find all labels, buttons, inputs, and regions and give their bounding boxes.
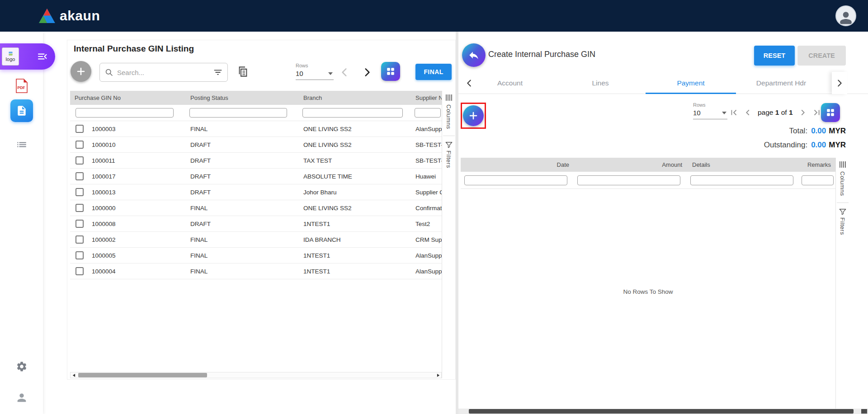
horizontal-scrollbar[interactable] xyxy=(70,372,442,378)
row-checkbox[interactable] xyxy=(75,188,84,196)
table-row[interactable]: 1000003 FINAL ONE LIVING SS2 AlanSupp xyxy=(70,121,442,137)
filter-input-details[interactable] xyxy=(690,175,793,185)
filter-input-date[interactable] xyxy=(464,175,567,185)
row-checkbox[interactable] xyxy=(75,125,84,133)
cell-posting-status: DRAFT xyxy=(186,173,299,180)
filter-input-posting-status[interactable] xyxy=(189,108,287,118)
menu-toggle-icon[interactable] xyxy=(37,51,48,62)
columns-rail-button[interactable]: Columns xyxy=(839,171,846,196)
broken-logo-image: logo xyxy=(2,47,19,66)
row-checkbox[interactable] xyxy=(75,156,84,165)
cell-posting-status: FINAL xyxy=(186,252,299,259)
table-row[interactable]: 1000011 DRAFT TAX TEST SB-TEST-S xyxy=(70,153,442,169)
row-checkbox[interactable] xyxy=(75,204,84,212)
row-checkbox[interactable] xyxy=(75,267,84,275)
rows-per-page-select[interactable]: Rows 10 xyxy=(693,102,727,119)
rows-per-page-select[interactable]: Rows 10 xyxy=(296,63,334,80)
final-filter-button[interactable]: FINAL xyxy=(415,64,452,80)
filter-input-branch[interactable] xyxy=(302,108,403,118)
funnel-icon xyxy=(839,207,847,216)
row-checkbox[interactable] xyxy=(75,172,84,180)
sidebar-settings[interactable] xyxy=(0,361,43,372)
tab-lines[interactable]: Lines xyxy=(555,72,646,94)
filter-input-supplier[interactable] xyxy=(415,108,441,118)
apps-grid-button[interactable] xyxy=(381,62,400,81)
column-header[interactable]: Purchase GIN No xyxy=(70,94,186,101)
cell-gin-no: 1000017 xyxy=(92,173,116,180)
grid-icon xyxy=(386,66,396,76)
filters-rail-button[interactable]: Filters xyxy=(445,151,452,168)
filter-list-icon[interactable] xyxy=(213,67,223,77)
add-gin-button[interactable] xyxy=(71,61,91,82)
column-header[interactable]: Posting Status xyxy=(186,94,299,101)
row-checkbox[interactable] xyxy=(75,251,84,259)
tab-account[interactable]: Account xyxy=(465,72,555,94)
apps-grid-button[interactable] xyxy=(821,103,840,122)
row-checkbox[interactable] xyxy=(75,141,84,149)
table-row[interactable]: 1000017 DRAFT ABSOLUTE TIME Huawei xyxy=(70,169,442,184)
column-header[interactable]: Date xyxy=(461,161,574,168)
cell-supplier: AlanSupp xyxy=(411,268,442,275)
column-header[interactable]: Branch xyxy=(299,94,411,101)
scrollbar-thumb[interactable] xyxy=(469,409,854,414)
cell-gin-no: 1000004 xyxy=(92,268,116,275)
column-header[interactable]: Details xyxy=(687,161,800,168)
table-row[interactable]: 1000008 DRAFT 1NTEST1 Test2 xyxy=(70,216,442,232)
tabs-scroll-right-icon[interactable] xyxy=(832,72,847,94)
prev-page-icon[interactable] xyxy=(339,66,350,78)
sidebar-item-list[interactable] xyxy=(0,139,43,151)
tab-department-hdr[interactable]: Department Hdr xyxy=(736,72,826,94)
horizontal-scrollbar[interactable] xyxy=(458,409,868,414)
filter-input-gin-no[interactable] xyxy=(75,108,174,118)
chevron-down-icon xyxy=(328,72,333,75)
scrollbar-thumb[interactable] xyxy=(78,373,207,377)
filter-input-remarks[interactable] xyxy=(802,175,834,185)
broken-image-icon xyxy=(8,51,14,56)
back-button[interactable] xyxy=(462,43,486,67)
cell-branch: ONE LIVING SS2 xyxy=(299,205,411,212)
row-checkbox[interactable] xyxy=(75,235,84,244)
duplicate-icon[interactable] xyxy=(237,66,249,78)
filters-rail-button[interactable]: Filters xyxy=(839,217,846,235)
row-checkbox[interactable] xyxy=(75,220,84,228)
column-header[interactable]: Supplier N xyxy=(411,94,442,101)
search-box xyxy=(99,63,228,82)
search-input[interactable] xyxy=(117,69,209,76)
pdf-icon: PDF xyxy=(15,79,28,93)
grid-icon xyxy=(826,108,835,118)
table-row[interactable]: 1000004 FINAL 1NTEST1 AlanSupp xyxy=(70,263,442,279)
cell-posting-status: FINAL xyxy=(186,236,299,243)
prev-page-icon[interactable] xyxy=(743,108,753,118)
column-header[interactable]: Remarks xyxy=(800,161,835,168)
last-page-icon[interactable] xyxy=(812,108,822,118)
create-button[interactable]: CREATE xyxy=(797,46,846,66)
scroll-right-icon[interactable] xyxy=(435,372,441,378)
funnel-icon xyxy=(445,141,453,149)
user-avatar[interactable] xyxy=(835,5,856,26)
cell-branch: 1NTEST1 xyxy=(299,252,411,259)
sidebar-profile[interactable] xyxy=(0,391,43,404)
sidebar-item-documents[interactable] xyxy=(0,99,43,122)
next-page-icon[interactable] xyxy=(361,66,373,78)
brand-logo[interactable]: akaun xyxy=(39,8,100,24)
tab-payment[interactable]: Payment xyxy=(646,72,736,94)
first-page-icon[interactable] xyxy=(729,108,739,118)
filter-input-amount[interactable] xyxy=(577,175,680,185)
reset-button[interactable]: RESET xyxy=(754,46,795,66)
add-payment-button[interactable] xyxy=(463,105,484,126)
table-row[interactable]: 1000010 DRAFT ONE LIVING SS2 SB-TEST-S xyxy=(70,137,442,153)
table-row[interactable]: 1000005 FINAL 1NTEST1 AlanSupp xyxy=(70,248,442,263)
table-row[interactable]: 1000002 FINAL IDA BRANCH CRM Supp xyxy=(70,232,442,248)
sidebar-item-pdf[interactable]: PDF xyxy=(0,79,43,93)
next-page-icon[interactable] xyxy=(798,108,808,118)
total-value: 0.00 xyxy=(811,127,826,135)
columns-rail-button[interactable]: Columns xyxy=(445,104,452,129)
table-row[interactable]: 1000013 DRAFT Johor Bharu Supplier C xyxy=(70,184,442,200)
chevron-down-icon xyxy=(722,112,726,114)
akaun-logo-icon xyxy=(39,9,55,23)
column-header[interactable]: Amount xyxy=(574,161,687,168)
cell-branch: 1NTEST1 xyxy=(299,268,411,275)
gin-table-header: Purchase GIN No Posting Status Branch Su… xyxy=(70,91,442,105)
scroll-left-icon[interactable] xyxy=(71,372,77,378)
table-row[interactable]: 1000000 FINAL ONE LIVING SS2 Confirmat xyxy=(70,200,442,216)
